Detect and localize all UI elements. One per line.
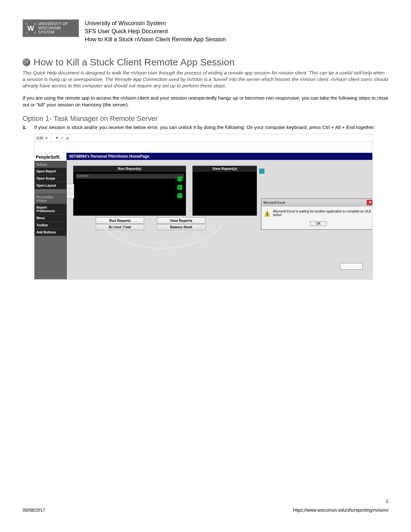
dialog-close-button[interactable]: X [367, 200, 372, 205]
dialog-ok-button[interactable]: OK [310, 221, 327, 226]
cell-ref: G30 [36, 136, 43, 140]
step-text: If your session is stuck and/or you rece… [34, 124, 375, 131]
accept-icon: ✓ [61, 136, 64, 140]
page-footer: 09/08/2017 https://www.wisconsin.edu/sfs… [23, 507, 388, 513]
doc-header: W UNIVERSITY OF WISCONSIN SYSTEM Univers… [23, 19, 388, 44]
sidebar-item-open-scope[interactable]: Open Scope [34, 175, 66, 182]
brand-label: PeopleSoft. [34, 153, 66, 161]
intro-italic: This Quick Help document is designed to … [23, 70, 388, 89]
run-report-caption: Run Report(s) [73, 166, 186, 172]
uw-crest-icon: W [25, 23, 36, 34]
sidebar-item-add-buttons[interactable]: Add Buttons [34, 229, 66, 236]
decorative-swoosh [93, 224, 231, 273]
dialog-title: Microsoft Excel [263, 201, 285, 204]
page-number: 1 [386, 498, 388, 504]
small-box [340, 263, 363, 270]
category-dropdown[interactable]: Category: [75, 173, 184, 179]
screenshot: G30 ▾ ✕ ✓ fx PeopleSoft. Actions Open Re… [34, 134, 373, 280]
sidebar-item-menu[interactable]: Menu [34, 215, 66, 222]
sidebar-item-toolbar[interactable]: Toolbar [34, 222, 66, 229]
panel-icon-1[interactable] [177, 176, 182, 182]
panel-icon-2[interactable] [177, 185, 182, 190]
step-number: 1. [23, 124, 28, 131]
run-report-panel: Run Report(s) Category: 00748094 OK [73, 166, 186, 216]
view-report-caption: View Report(s) [193, 166, 257, 172]
nvision-sidebar: PeopleSoft. Actions Open Report Open Sco… [34, 153, 67, 279]
sidebar-section-personalize: Personalize nVision [34, 194, 66, 204]
header-line-2: SFS User Quick Help Document [85, 27, 226, 35]
dialog-message: Microsoft Excel is waiting for another a… [273, 210, 372, 217]
run-reports-button[interactable]: Run Reports [96, 217, 144, 224]
sidebar-item-open-report[interactable]: Open Report [34, 168, 66, 175]
window-title: 00748094's Personal PS/nVision HomePage [67, 153, 372, 160]
sidebar-section-actions: Actions [34, 161, 66, 168]
cancel-icon: ✕ [55, 136, 58, 140]
badge-line2: WISCONSIN SYSTEM [38, 26, 76, 34]
header-line-3: How to Kill a Stuck nVision Client Remot… [85, 35, 226, 44]
header-line-1: University of Wisconsin System [85, 19, 226, 27]
view-report-panel: View Report(s) [192, 166, 257, 216]
footer-date: 09/08/2017 [23, 507, 45, 513]
uw-system-badge: W UNIVERSITY OF WISCONSIN SYSTEM [23, 19, 79, 37]
badge-line1: UNIVERSITY OF [38, 22, 76, 26]
panel-side-icon[interactable] [259, 169, 264, 174]
view-reports-button[interactable]: View Reports [157, 217, 205, 224]
warning-icon: ! [264, 210, 270, 217]
intro-paragraph: If you are using the remote app to acces… [23, 95, 388, 108]
excel-ole-dialog: Microsoft Excel X ! Microsoft Excel is w… [261, 199, 372, 230]
excel-formula-bar: G30 ▾ ✕ ✓ fx [34, 134, 372, 142]
page-title: How to Kill a Stuck Client Remote App Se… [34, 57, 235, 68]
option1-heading: Option 1- Task Manager on Remote Server [23, 114, 388, 123]
footer-url: https://www.wisconsin.edu/sfs/reporting/… [293, 507, 388, 513]
fx-icon: fx [66, 136, 69, 140]
user-select-box[interactable]: 00748094 OK [67, 184, 74, 199]
gear-globe-icon [23, 58, 30, 66]
sidebar-item-open-layout[interactable]: Open Layout [34, 182, 66, 189]
panel-icon-3[interactable] [177, 193, 182, 198]
sidebar-item-report-prefs[interactable]: Report Preferences [34, 204, 66, 215]
